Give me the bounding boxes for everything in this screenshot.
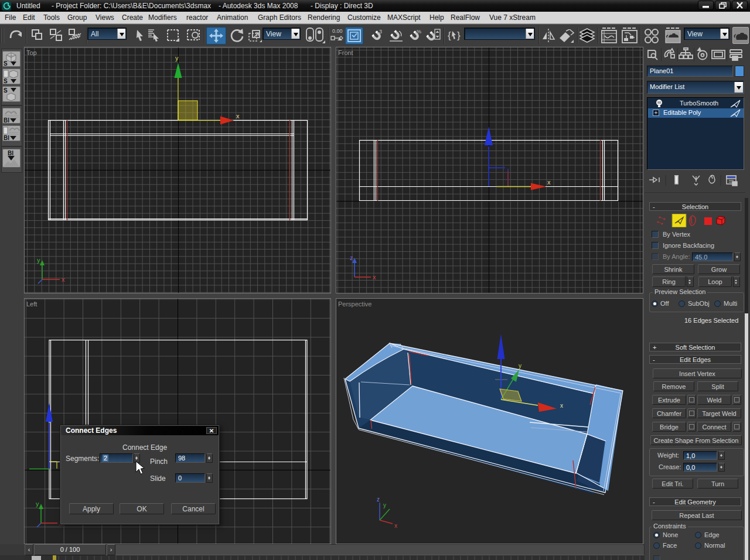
svg-text:x: x: [373, 274, 376, 281]
svg-text:x: x: [547, 179, 551, 186]
svg-text:Left: Left: [26, 301, 37, 308]
svg-text:y: y: [383, 502, 386, 508]
svg-text:Perspective: Perspective: [338, 301, 371, 308]
svg-text:Top: Top: [26, 49, 37, 56]
svg-text:x: x: [560, 402, 563, 409]
svg-text:y: y: [37, 257, 40, 264]
svg-text:z: z: [377, 496, 380, 503]
svg-text:{: {: [448, 30, 451, 41]
svg-text:BI: BI: [4, 135, 9, 141]
svg-text:}: }: [457, 30, 461, 41]
svg-text:x: x: [236, 112, 240, 119]
svg-text:BI: BI: [8, 150, 13, 156]
svg-text:x: x: [394, 523, 397, 529]
svg-text:x: x: [62, 276, 65, 283]
svg-text:S: S: [4, 60, 8, 66]
svg-text:z: z: [350, 254, 353, 261]
svg-text:S: S: [4, 87, 8, 94]
svg-text:3: 3: [379, 29, 382, 35]
svg-text:Front: Front: [338, 49, 353, 56]
svg-text:y: y: [519, 363, 521, 369]
svg-text:y: y: [175, 54, 179, 62]
svg-text:%: %: [417, 29, 421, 35]
svg-text:y: y: [36, 500, 39, 507]
svg-text:S: S: [4, 78, 8, 84]
svg-text:0.00: 0.00: [332, 28, 343, 34]
svg-text:BI: BI: [4, 117, 9, 123]
